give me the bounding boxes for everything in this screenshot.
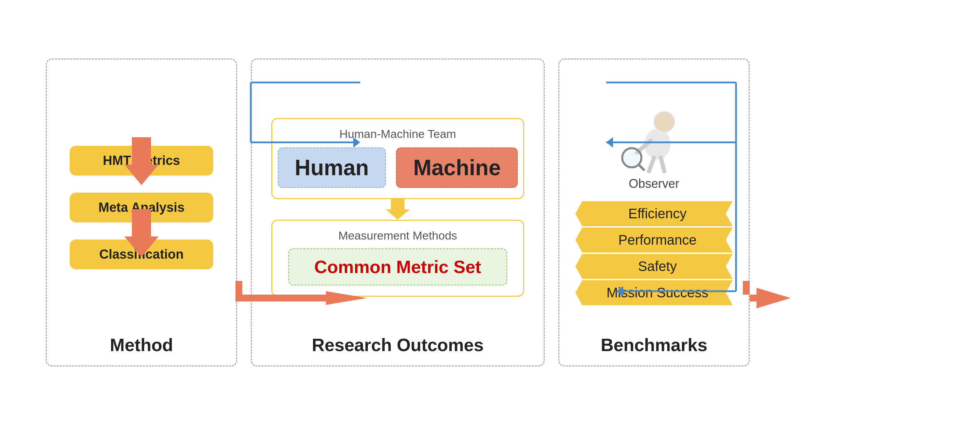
research-label: Research Outcomes — [312, 335, 484, 355]
hmt-label: Human-Machine Team — [339, 127, 456, 141]
method-panel: HMT Metrics Meta Analysis Classification… — [46, 59, 237, 366]
benchmark-item-3: Mission Success — [576, 280, 733, 305]
svg-point-29 — [624, 150, 640, 165]
panels-row: HMT Metrics Meta Analysis Classification… — [46, 42, 934, 383]
hmt-metrics-box: HMT Metrics — [70, 146, 213, 176]
hmt-box: Human-Machine Team Human Machine — [271, 118, 524, 199]
observer-label: Observer — [629, 177, 679, 191]
observer-section: Observer — [620, 108, 688, 191]
benchmarks-panel: Observer Efficiency Performance Safety M… — [558, 59, 750, 366]
classification-box: Classification — [70, 240, 213, 269]
benchmark-item-0: Efficiency — [576, 201, 733, 226]
benchmark-items: Efficiency Performance Safety Mission Su… — [576, 201, 733, 307]
machine-box: Machine — [396, 147, 518, 188]
svg-line-27 — [661, 158, 664, 171]
mm-label: Measurement Methods — [338, 229, 457, 242]
hmt-inner: Human Machine — [278, 147, 518, 188]
benchmarks-label: Benchmarks — [601, 335, 707, 355]
meta-analysis-box: Meta Analysis — [70, 193, 213, 222]
svg-line-25 — [639, 165, 644, 170]
svg-marker-20 — [386, 199, 410, 220]
observer-figure-svg — [620, 108, 688, 173]
svg-point-28 — [655, 112, 674, 131]
research-panel: Human-Machine Team Human Machine Measure… — [251, 59, 545, 366]
benchmark-item-2: Safety — [576, 254, 733, 279]
research-inner: Human-Machine Team Human Machine Measure… — [266, 118, 530, 297]
human-box: Human — [278, 147, 386, 188]
mm-box: Measurement Methods Common Metric Set — [271, 220, 524, 297]
svg-line-26 — [649, 158, 654, 171]
benchmarks-inner: Observer Efficiency Performance Safety M… — [573, 108, 735, 307]
cms-box: Common Metric Set — [288, 248, 507, 285]
diagram-wrapper: HMT Metrics Meta Analysis Classification… — [46, 42, 934, 383]
method-label: Method — [110, 335, 173, 355]
method-boxes: HMT Metrics Meta Analysis Classification — [70, 146, 213, 269]
benchmark-item-1: Performance — [576, 228, 733, 252]
